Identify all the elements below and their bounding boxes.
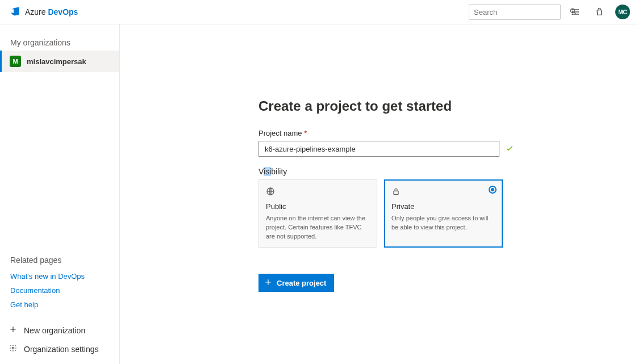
gear-icon <box>9 344 17 354</box>
visibility-public-desc: Anyone on the internet can view the proj… <box>266 214 370 241</box>
shopping-bag-icon[interactable] <box>590 3 608 21</box>
organization-settings-button[interactable]: Organization settings <box>0 340 119 358</box>
svg-point-2 <box>572 11 573 12</box>
my-orgs-label: My organizations <box>0 24 119 51</box>
radio-selected-icon <box>489 186 497 194</box>
related-pages-label: Related pages <box>0 256 119 270</box>
visibility-option-public[interactable]: Public Anyone on the internet can view t… <box>258 179 377 248</box>
search-input[interactable] <box>474 8 569 16</box>
lock-icon <box>391 187 495 198</box>
svg-rect-6 <box>394 191 398 194</box>
main: Create a project to get started Project … <box>120 24 638 364</box>
new-org-label: New organization <box>24 326 85 335</box>
org-avatar: M <box>10 56 21 67</box>
project-name-input[interactable] <box>258 141 499 157</box>
svg-point-3 <box>572 14 573 14</box>
visibility-private-desc: Only people you give access to will be a… <box>391 214 495 232</box>
new-organization-button[interactable]: New organization <box>0 321 119 340</box>
avatar[interactable]: MC <box>615 5 630 19</box>
page-title: Create a project to get started <box>258 98 615 114</box>
sidebar-org-item[interactable]: M mislavcimpersak <box>0 51 119 72</box>
brand[interactable]: Azure DevOps <box>10 6 78 18</box>
create-project-label: Create project <box>277 279 326 287</box>
header: Azure DevOps MC <box>0 0 638 24</box>
search-box[interactable] <box>469 4 561 20</box>
check-icon <box>505 144 514 154</box>
visibility-option-private[interactable]: Private Only people you give access to w… <box>384 179 503 248</box>
azure-devops-logo-icon <box>10 6 20 18</box>
settings-line-icon[interactable] <box>566 3 585 21</box>
org-settings-label: Organization settings <box>24 345 99 354</box>
visibility-public-title: Public <box>266 202 370 211</box>
visibility-label: Visibility <box>258 167 615 176</box>
globe-icon <box>266 187 370 198</box>
link-documentation[interactable]: Documentation <box>0 284 119 296</box>
plus-icon <box>264 278 272 288</box>
link-whats-new[interactable]: What's new in DevOps <box>0 270 119 282</box>
visibility-private-title: Private <box>391 202 495 211</box>
create-project-button[interactable]: Create project <box>258 274 334 292</box>
plus-icon <box>9 325 17 335</box>
svg-point-1 <box>572 9 573 10</box>
org-name: mislavcimpersak <box>27 57 86 66</box>
link-get-help[interactable]: Get help <box>0 299 119 311</box>
project-name-label: Project name * <box>258 129 615 137</box>
svg-point-4 <box>12 347 14 349</box>
brand-text: Azure DevOps <box>25 7 78 16</box>
sidebar: My organizations M mislavcimpersak Relat… <box>0 24 120 364</box>
